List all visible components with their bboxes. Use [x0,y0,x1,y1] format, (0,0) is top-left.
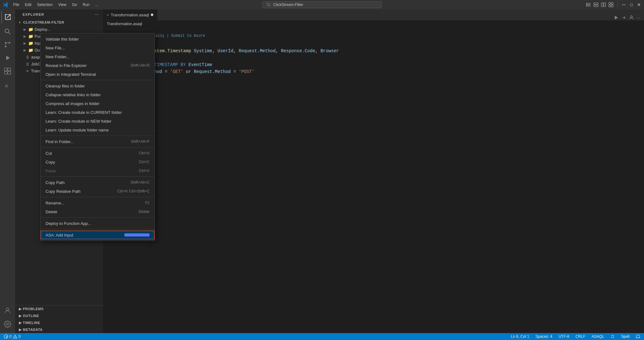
sidebar-toggle-btn[interactable] [586,2,591,7]
search-nav-icon[interactable] [1,25,14,38]
ctx-find-folder[interactable]: Find in Folder... Shift+Alt+F [41,137,155,146]
ctx-item-label: Copy Path [46,180,65,185]
spaces-text: Spaces: 4 [536,334,552,339]
settings-icon[interactable] [1,318,14,331]
panel-timeline[interactable]: ▶ TIMELINE [15,319,103,326]
ctx-reveal-explorer[interactable]: Reveal in File Explorer Shift+Alt+R [41,61,155,70]
panel-outline[interactable]: ▶ OUTLINE [15,312,103,319]
asa-badge [124,233,150,237]
ctx-item-label: Learn: Create module in CURRENT folder [46,110,122,115]
editor-content[interactable]: Simulate job | Run locally | Submit to A… [103,27,644,333]
ctx-copy-relative-path[interactable]: Copy Relative Path Ctrl+K Ctrl+Shift+C [41,187,155,196]
panel-label: OUTLINE [23,314,39,318]
status-spell[interactable]: Spell [620,334,631,339]
minimize-btn[interactable]: ─ [621,2,626,7]
run-btn[interactable] [614,15,619,20]
ctx-item-label: Copy Relative Path [46,189,80,194]
panel-label: TIMELINE [23,321,40,325]
more-editor-btn[interactable]: ··· [636,15,640,20]
ctx-new-folder[interactable]: New Folder... [41,52,155,61]
profile-btn[interactable] [629,15,634,20]
svg-rect-19 [4,71,7,74]
ctx-learn-current[interactable]: Learn: Create module in CURRENT folder [41,108,155,117]
status-line-ending[interactable]: CRLF [574,334,587,339]
panel-chevron-icon: ▶ [19,314,22,318]
restore-btn[interactable]: ◻ [629,2,634,7]
split-editor-btn[interactable] [601,2,606,7]
menu-view[interactable]: View [56,2,69,8]
status-encoding[interactable]: UTF-8 [557,334,570,339]
ctx-collapse-links[interactable]: Collapse relative links in folder [41,90,155,99]
search-placeholder: ClickStream-Filter [273,3,303,7]
panel-section: ▶ PROBLEMS ▶ OUTLINE ▶ TIMELINE ▶ METADA… [15,305,103,333]
ctx-item-label: Paste [46,169,56,173]
status-errors[interactable]: ✕ 0 ! 0 [3,334,22,339]
ctx-validate-folder[interactable]: Validate this folder [41,35,155,43]
line-col-text: Ln 6, Col 1 [511,334,529,339]
status-language[interactable]: ASAQL [590,334,605,339]
source-control-icon[interactable] [1,38,14,51]
ctx-delete[interactable]: Delete Delete [41,207,155,216]
menu-edit[interactable]: Edit [22,2,34,8]
panel-chevron-icon: ▶ [19,321,22,325]
project-root[interactable]: ▼ CLICKSTREAM-FILTER [15,19,103,26]
language-text: ASAQL [592,334,604,339]
ctx-learn-new[interactable]: Learn: Create module in NEW folder [41,117,155,125]
submit-azure-link[interactable]: Submit to Azure [171,34,205,38]
status-line-col[interactable]: Ln 6, Col 1 [510,334,531,339]
svg-rect-17 [4,68,7,71]
ctx-cut[interactable]: Cut Ctrl+X [41,149,155,158]
ctx-item-label: Learn: Update module folder name [46,128,109,132]
error-count: 0 [9,334,12,339]
ctx-rename[interactable]: Rename... F2 [41,198,155,207]
ctx-compress-images[interactable]: Compress all images in folder [41,99,155,108]
menu-more[interactable]: ... [93,2,101,8]
status-notifications[interactable] [635,334,641,339]
ctx-learn-update[interactable]: Learn: Update module folder name [41,125,155,134]
tab-modified-dot [151,14,153,16]
svg-text:!: ! [15,336,15,338]
ctx-asa-add-input[interactable]: ASA: Add Input [41,231,155,239]
ctx-copy-path[interactable]: Copy Path Shift+Alt+C [41,178,155,187]
tab-transformation[interactable]: ≡ Transformation.asaql [103,9,157,20]
asa-icon[interactable]: A [1,79,14,92]
code-editor[interactable]: SELECT System.Timestamp Systime, UserId,… [103,41,644,82]
editor-layout-btn[interactable] [593,2,598,7]
svg-rect-11 [611,5,613,7]
status-spaces[interactable]: Spaces: 4 [534,334,554,339]
status-left: ✕ 0 ! 0 [3,334,22,339]
search-box[interactable]: ClickStream-Filter [262,1,382,8]
extensions-icon[interactable] [1,65,14,77]
sidebar-more-btn[interactable]: ··· [95,12,99,17]
account-icon[interactable] [1,304,14,317]
tree-item-deploy[interactable]: ▶ 📁 Deploy... [15,26,103,33]
svg-point-15 [9,42,10,44]
ctx-open-terminal[interactable]: Open in Integrated Terminal [41,70,155,79]
svg-rect-4 [594,3,598,4]
folder-chevron-icon: ▶ [23,41,27,45]
svg-point-16 [5,42,7,44]
menu-file[interactable]: File [11,2,22,8]
customize-layout-btn[interactable] [609,2,614,7]
ctx-item-label: Collapse relative links in folder [46,92,101,97]
ctx-new-file[interactable]: New File... [41,43,155,52]
svg-rect-10 [609,5,611,7]
ctx-shortcut: Ctrl+K Ctrl+Shift+C [117,189,150,193]
ctx-cleanup-files[interactable]: Cleanup files in folder [41,81,155,90]
svg-rect-3 [588,3,591,7]
ctx-copy[interactable]: Copy Ctrl+C [41,158,155,166]
menu-bar: File Edit Selection View Go Run ... [11,2,101,8]
panel-problems[interactable]: ▶ PROBLEMS [15,305,103,312]
breadcrumb: Transformation.asaql [103,20,644,27]
run-debug-icon[interactable] [1,52,14,64]
menu-run[interactable]: Run [80,2,92,8]
panel-metadata[interactable]: ▶ METADATA [15,326,103,333]
explorer-icon[interactable] [1,11,14,23]
status-sync[interactable] [609,334,616,339]
breadcrumb-item[interactable]: Transformation.asaql [107,22,142,26]
close-btn[interactable]: ✕ [636,2,641,7]
ctx-deploy-function[interactable]: Deploy to Function App... [41,219,155,228]
submit-btn[interactable] [621,15,626,20]
menu-selection[interactable]: Selection [35,2,55,8]
menu-go[interactable]: Go [69,2,79,8]
